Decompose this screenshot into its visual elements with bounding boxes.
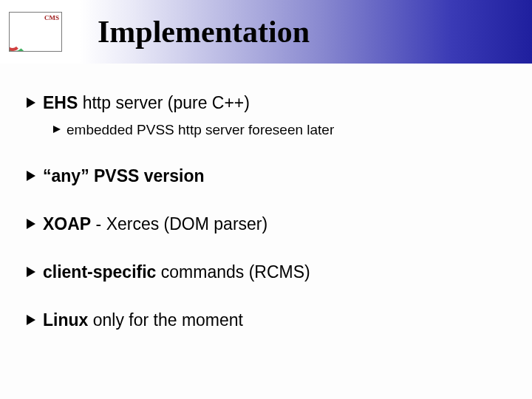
bullet-text: “any” PVSS version bbox=[43, 166, 205, 186]
bullet-arrow-icon bbox=[27, 98, 35, 108]
bullet-arrow-icon bbox=[27, 267, 35, 277]
bullet-l1: EHS http server (pure C++) bbox=[27, 93, 510, 113]
header-bar: CMS Implementation bbox=[0, 0, 532, 64]
bullet-l1: client-specific commands (RCMS) bbox=[27, 262, 510, 282]
slide-content: EHS http server (pure C++) embedded PVSS… bbox=[0, 64, 532, 330]
bullet-text: Linux only for the moment bbox=[43, 310, 243, 330]
bullet-arrow-icon bbox=[27, 219, 35, 229]
bullet-arrow-icon bbox=[27, 171, 35, 181]
logo-text: CMS bbox=[44, 14, 59, 21]
slide: CMS Implementation EHS http server (pure… bbox=[0, 0, 532, 399]
cms-logo: CMS bbox=[9, 12, 62, 52]
bullet-l2: embedded PVSS http server foreseen later bbox=[53, 122, 510, 138]
bullet-text: client-specific commands (RCMS) bbox=[43, 262, 310, 282]
bullet-l1: XOAP - Xerces (DOM parser) bbox=[27, 214, 510, 234]
bullet-l1: “any” PVSS version bbox=[27, 166, 510, 186]
bullet-text: EHS http server (pure C++) bbox=[43, 93, 250, 113]
slide-title: Implementation bbox=[98, 14, 310, 50]
bullet-text: XOAP - Xerces (DOM parser) bbox=[43, 214, 267, 234]
bullet-l1: Linux only for the moment bbox=[27, 310, 510, 330]
bullet-text: embedded PVSS http server foreseen later bbox=[66, 122, 334, 138]
bullet-arrow-icon bbox=[27, 315, 35, 325]
bullet-arrow-icon bbox=[53, 126, 61, 133]
